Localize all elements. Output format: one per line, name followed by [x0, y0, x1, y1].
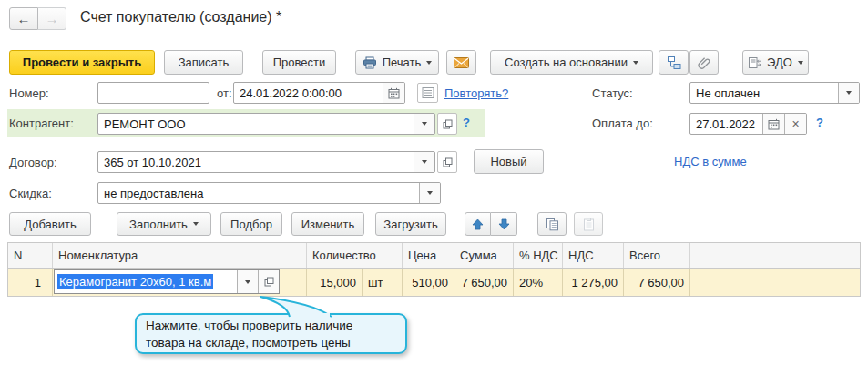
load-button[interactable]: Загрузить: [375, 212, 446, 236]
save-button[interactable]: Записать: [164, 50, 243, 75]
status-dropdown-button[interactable]: [838, 83, 859, 103]
pay-until-value: 27.01.2022: [690, 114, 762, 134]
cell-price[interactable]: 510,00: [403, 269, 454, 296]
new-contract-button[interactable]: Новый: [474, 149, 544, 174]
move-down-button[interactable]: [491, 212, 517, 236]
tooltip-text-line2: товара на складе, посмотреть цены: [146, 334, 396, 351]
vat-in-sum-link[interactable]: НДС в сумме: [674, 155, 747, 168]
column-header-quantity[interactable]: Количество: [307, 243, 403, 268]
status-select[interactable]: Не оплачен: [689, 82, 860, 104]
contract-caret-icon: [422, 160, 427, 164]
list-icon: [422, 86, 434, 99]
cell-unit[interactable]: шт: [363, 269, 403, 296]
pay-until-input[interactable]: 27.01.2022 ×: [689, 113, 807, 135]
post-button[interactable]: Провести: [262, 50, 336, 75]
pick-label: Подбор: [230, 218, 272, 231]
column-header-nomenclature[interactable]: Номенклатура: [53, 243, 307, 268]
column-header-total[interactable]: Всего: [624, 243, 690, 268]
print-button[interactable]: Печать: [355, 50, 439, 75]
number-label: Номер:: [9, 86, 49, 100]
send-email-button[interactable]: [446, 50, 476, 75]
column-header-price[interactable]: Цена: [403, 243, 454, 268]
save-label: Записать: [179, 56, 230, 69]
number-input[interactable]: [97, 82, 209, 104]
counterparty-caret-icon: [422, 122, 427, 126]
cell-total[interactable]: 7 650,00: [624, 269, 690, 296]
column-header-vat-rate[interactable]: % НДС: [514, 243, 563, 268]
paste-icon: [582, 218, 596, 231]
discount-select[interactable]: не предоставлена: [97, 182, 441, 204]
move-up-button[interactable]: [465, 212, 491, 236]
attachments-button[interactable]: [689, 50, 719, 75]
pay-until-clear-button[interactable]: ×: [784, 114, 806, 134]
back-arrow-icon: ←: [17, 12, 31, 25]
clear-x-icon: ×: [791, 117, 799, 131]
pay-until-calendar-button[interactable]: [762, 114, 784, 134]
counterparty-help-link[interactable]: ?: [463, 116, 470, 129]
cell-empty: [690, 269, 860, 296]
cell-vat-rate[interactable]: 20%: [514, 269, 563, 296]
number-value: [98, 83, 209, 103]
pay-until-help-link[interactable]: ?: [816, 116, 823, 129]
create-based-on-caret-icon: [633, 61, 638, 65]
invoice-window: ← → Счет покупателю (создание) * Провест…: [0, 0, 868, 365]
post-label: Провести: [273, 56, 326, 69]
pick-button[interactable]: Подбор: [220, 212, 282, 236]
contract-open-button[interactable]: [437, 151, 457, 173]
table-row[interactable]: 1 Керамогранит 20x60, 1 кв.м 15,000 шт 5…: [7, 269, 861, 297]
discount-caret-icon: [427, 191, 433, 195]
create-based-on-button[interactable]: Создать на основании: [490, 50, 653, 75]
open-form-icon: [443, 119, 453, 129]
contract-dropdown-button[interactable]: [414, 152, 434, 172]
add-row-button[interactable]: Добавить: [9, 212, 91, 236]
document-structure-icon: [667, 56, 681, 70]
discount-value: не предоставлена: [98, 183, 419, 203]
status-caret-icon: [846, 91, 852, 95]
tooltip-pointer-tail: [246, 286, 346, 322]
post-and-close-button[interactable]: Провести и закрыть: [9, 50, 155, 75]
copy-icon: [546, 218, 559, 231]
calendar-icon: [768, 118, 780, 130]
cell-sum[interactable]: 7 650,00: [454, 269, 514, 296]
date-input[interactable]: 24.01.2022 0:00:00: [233, 82, 405, 104]
fill-caret-icon: [193, 222, 199, 226]
nomenclature-text-area[interactable]: Керамогранит 20x60, 1 кв.м: [55, 270, 237, 293]
load-label: Загрузить: [383, 218, 437, 231]
cell-vat[interactable]: 1 275,00: [563, 269, 624, 296]
column-header-n[interactable]: N: [8, 243, 53, 268]
column-header-vat[interactable]: НДС: [563, 243, 624, 268]
column-header-sum[interactable]: Сумма: [454, 243, 514, 268]
counterparty-input[interactable]: РЕМОНТ ООО: [97, 113, 435, 135]
table-header: N Номенклатура Количество Цена Сумма % Н…: [7, 242, 861, 269]
print-menu-caret-icon: [426, 61, 432, 65]
printer-icon: [363, 56, 377, 69]
edo-label: ЭДО: [767, 56, 792, 69]
envelope-icon: [454, 57, 469, 68]
edo-button[interactable]: ЭДО: [742, 50, 809, 75]
arrow-up-icon: [472, 218, 484, 230]
date-label: от:: [217, 86, 232, 100]
fill-button[interactable]: Заполнить: [117, 212, 211, 236]
date-calendar-button[interactable]: [383, 83, 404, 103]
counterparty-open-button[interactable]: [437, 113, 457, 135]
new-contract-label: Новый: [490, 155, 526, 168]
discount-dropdown-button[interactable]: [419, 183, 440, 203]
nomenclature-caret-icon: [245, 280, 250, 284]
status-value: Не оплачен: [690, 83, 838, 103]
contract-input[interactable]: 365 от 10.10.2021: [97, 151, 435, 173]
paste-rows-button[interactable]: [574, 212, 603, 236]
copy-rows-button[interactable]: [537, 212, 567, 236]
open-form-icon: [443, 157, 453, 167]
cell-row-number[interactable]: 1: [8, 269, 53, 296]
back-button[interactable]: ←: [9, 7, 38, 30]
forward-button[interactable]: →: [38, 7, 66, 30]
document-list-button[interactable]: [417, 83, 438, 103]
repeat-link[interactable]: Повторять?: [444, 86, 508, 100]
edit-label: Изменить: [301, 218, 355, 231]
related-documents-button[interactable]: [659, 50, 689, 75]
counterparty-dropdown-button[interactable]: [414, 114, 434, 134]
edit-button[interactable]: Изменить: [291, 212, 364, 236]
contract-label: Договор:: [9, 156, 57, 169]
counterparty-value: РЕМОНТ ООО: [98, 114, 414, 134]
move-row-buttons: [465, 212, 517, 236]
